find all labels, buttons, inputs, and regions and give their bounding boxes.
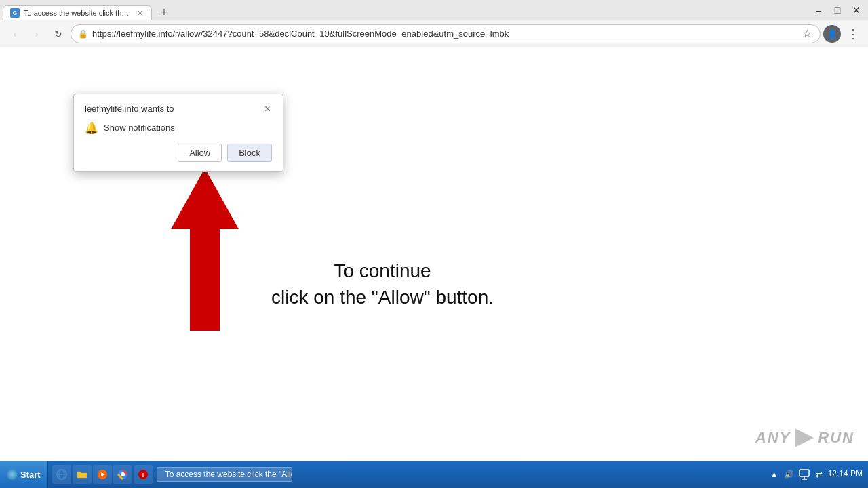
- profile-button[interactable]: 👤: [823, 25, 841, 43]
- taskbar-folder-icon[interactable]: [73, 465, 92, 484]
- watermark-text-right: RUN: [818, 429, 854, 447]
- system-clock: 12:14 PM: [828, 469, 863, 480]
- taskbar: Start: [0, 461, 868, 488]
- tab-close-button[interactable]: ✕: [135, 8, 144, 18]
- title-bar: G To access the website click the "Allo.…: [0, 0, 868, 20]
- allow-button[interactable]: Allow: [178, 144, 222, 162]
- clock-time: 12:14 PM: [828, 469, 863, 480]
- start-orb: [7, 469, 18, 480]
- forward-button[interactable]: ›: [27, 24, 46, 43]
- taskbar-active-window[interactable]: To access the website click the "Allo...: [157, 467, 292, 482]
- new-tab-button[interactable]: +: [155, 5, 174, 20]
- bookmark-icon[interactable]: ☆: [801, 26, 813, 41]
- bell-icon: 🔔: [85, 121, 98, 134]
- taskbar-right: ▲ 🔊 ⇄ 12:14 PM: [763, 468, 868, 481]
- browser-tab-active[interactable]: G To access the website click the "Allo.…: [3, 5, 152, 20]
- instruction-line2: click on the "Allow" button.: [271, 284, 494, 310]
- notification-label: Show notifications: [104, 123, 175, 133]
- profile-icon: 👤: [827, 29, 837, 39]
- maximize-button[interactable]: □: [829, 3, 846, 17]
- taskbar-chrome-icon[interactable]: [113, 465, 132, 484]
- watermark-text-left: ANY: [755, 429, 791, 447]
- taskbar-ie-icon[interactable]: [52, 465, 71, 484]
- reload-button[interactable]: ↻: [49, 24, 68, 43]
- start-label: Start: [20, 470, 41, 480]
- svg-marker-0: [171, 168, 239, 331]
- taskbar-media-icon[interactable]: [93, 465, 112, 484]
- browser-window: G To access the website click the "Allo.…: [0, 0, 868, 461]
- notification-row: 🔔 Show notifications: [85, 121, 272, 134]
- dialog-header: leefmylife.info wants to ×: [85, 104, 272, 115]
- svg-text:!: !: [142, 472, 144, 479]
- taskbar-security-icon[interactable]: !: [134, 465, 153, 484]
- svg-marker-1: [795, 428, 814, 447]
- page-instruction: To continue click on the "Allow" button.: [271, 258, 494, 310]
- notification-dialog: leefmylife.info wants to × 🔔 Show notifi…: [73, 94, 283, 172]
- instruction-line1: To continue: [271, 258, 494, 284]
- start-button[interactable]: Start: [0, 461, 48, 488]
- address-input[interactable]: [92, 28, 797, 39]
- watermark: ANY RUN: [755, 428, 854, 447]
- tray-network-icon[interactable]: [798, 468, 810, 481]
- tab-strip: G To access the website click the "Allo.…: [3, 0, 804, 20]
- svg-rect-12: [800, 470, 809, 476]
- watermark-play-icon: [795, 428, 814, 447]
- address-bar-container[interactable]: 🔒 ☆: [71, 24, 821, 43]
- taskbar-quick-launch: !: [48, 465, 157, 484]
- secure-icon: 🔒: [78, 29, 88, 39]
- window-controls: – □ ✕: [810, 3, 865, 17]
- close-window-button[interactable]: ✕: [848, 3, 865, 17]
- block-button[interactable]: Block: [227, 144, 272, 162]
- back-button[interactable]: ‹: [5, 24, 24, 43]
- tray-transfer-icon[interactable]: ⇄: [813, 468, 825, 481]
- dialog-title: leefmylife.info wants to: [85, 104, 174, 114]
- page-content: leefmylife.info wants to × 🔔 Show notifi…: [0, 47, 868, 461]
- dialog-close-button[interactable]: ×: [263, 104, 272, 115]
- tray-volume-icon[interactable]: 🔊: [783, 468, 795, 481]
- tab-title: To access the website click the "Allo...: [24, 9, 131, 17]
- chrome-menu-button[interactable]: ⋮: [844, 24, 863, 43]
- minimize-button[interactable]: –: [810, 3, 827, 17]
- taskbar-window-title: To access the website click the "Allo...: [165, 470, 292, 479]
- tray-arrow-icon[interactable]: ▲: [768, 468, 781, 481]
- dialog-buttons: Allow Block: [85, 144, 272, 162]
- tab-favicon: G: [10, 8, 20, 18]
- navigation-bar: ‹ › ↻ 🔒 ☆ 👤 ⋮: [0, 20, 868, 47]
- svg-point-8: [121, 472, 125, 476]
